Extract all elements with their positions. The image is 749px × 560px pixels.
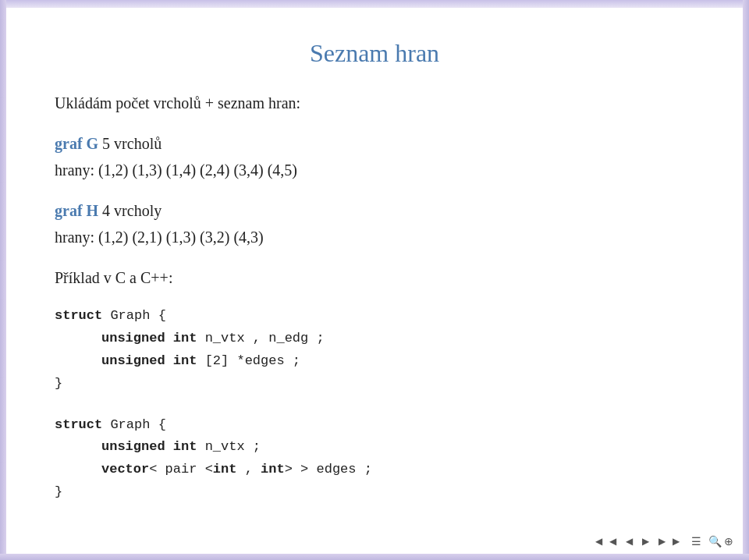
nav-zoom-icon[interactable]: ⊕ <box>724 535 733 548</box>
graph-h-edges-values: (1,2) (2,1) (1,3) (3,2) (4,3) <box>98 229 264 246</box>
bottom-navigation: ◀ ◀ ◀ ▶ ▶ ▶ ☰ 🔍 ⊕ <box>0 534 749 549</box>
nav-sep5 <box>704 536 706 548</box>
nav-sep4 <box>684 536 689 548</box>
code-1-line1: struct Graph { <box>55 305 694 328</box>
nav-menu-icon[interactable]: ☰ <box>691 535 701 548</box>
nav-search-icon[interactable]: 🔍 <box>708 535 722 548</box>
graph-g-section: graf G 5 vrcholů hrany: (1,2) (1,3) (1,4… <box>55 132 694 185</box>
graph-g-header: graf G 5 vrcholů <box>55 132 694 155</box>
graph-g-vertices: 5 vrcholů <box>102 135 162 152</box>
nav-prev-section-button[interactable]: ◀ <box>607 534 619 549</box>
nav-controls: ◀ ◀ ◀ ▶ ▶ ▶ ☰ 🔍 ⊕ <box>593 534 733 549</box>
graph-h-section: graf H 4 vrcholy hrany: (1,2) (2,1) (1,3… <box>55 199 694 252</box>
code-1-line3: unsigned int [2] *edges ; <box>55 350 694 373</box>
int-keyword-1: int <box>173 331 197 346</box>
int-keyword-2: int <box>173 353 197 368</box>
nav-first-button[interactable]: ◀ <box>593 534 605 549</box>
graph-h-edges: hrany: (1,2) (2,1) (1,3) (3,2) (4,3) <box>55 225 694 249</box>
struct-keyword-1: struct <box>55 308 102 323</box>
graph-h-label: graf H <box>55 202 98 219</box>
code-2-line3: vector< pair <int , int> > edges ; <box>55 459 694 481</box>
nav-next-section-button[interactable]: ▶ <box>656 534 668 549</box>
code-block-1: struct Graph { unsigned int n_vtx , n_ed… <box>55 305 694 395</box>
right-border <box>743 0 749 560</box>
left-border <box>0 0 6 560</box>
graph-g-edges-label: hrany: <box>55 161 94 179</box>
struct-keyword-2: struct <box>55 417 102 432</box>
graph-h-vertices: 4 vrcholy <box>102 202 162 219</box>
graph-g-edges: hrany: (1,2) (1,3) (1,4) (2,4) (3,4) (4,… <box>55 158 694 182</box>
example-label: Příklad v C a C++: <box>55 266 694 289</box>
graph-h-header: graf H 4 vrcholy <box>55 199 694 222</box>
example-section: Příklad v C a C++: <box>55 266 694 292</box>
code-block-2: struct Graph { unsigned int n_vtx ; vect… <box>55 414 694 505</box>
code-2-line1: struct Graph { <box>55 414 694 437</box>
vector-keyword: vector <box>101 462 149 477</box>
graph-g-label: graf G <box>55 135 98 152</box>
int-keyword-4: int <box>213 462 237 477</box>
nav-prev-button[interactable]: ◀ <box>623 534 635 549</box>
unsigned-keyword-3: unsigned <box>101 439 165 454</box>
graph-h-edges-label: hrany: <box>55 229 94 246</box>
int-keyword-3: int <box>173 439 197 454</box>
intro-text: Ukládám počet vrcholů + seznam hran: <box>55 91 694 115</box>
unsigned-keyword-2: unsigned <box>101 353 165 368</box>
int-keyword-5: int <box>261 462 285 477</box>
slide-content: Ukládám počet vrcholů + seznam hran: gra… <box>55 91 694 513</box>
code-1-line4: } <box>55 373 694 395</box>
code-2-line2: unsigned int n_vtx ; <box>55 436 694 459</box>
graph-g-edges-values: (1,2) (1,3) (1,4) (2,4) (3,4) (4,5) <box>98 161 297 179</box>
slide-title: Seznam hran <box>55 39 694 68</box>
slide: Seznam hran Ukládám počet vrcholů + sezn… <box>0 0 749 560</box>
nav-next-button[interactable]: ▶ <box>640 534 651 549</box>
unsigned-keyword-1: unsigned <box>101 331 165 346</box>
code-1-line2: unsigned int n_vtx , n_edg ; <box>55 328 694 350</box>
nav-last-button[interactable]: ▶ <box>670 534 682 549</box>
code-2-line4: } <box>55 481 694 504</box>
